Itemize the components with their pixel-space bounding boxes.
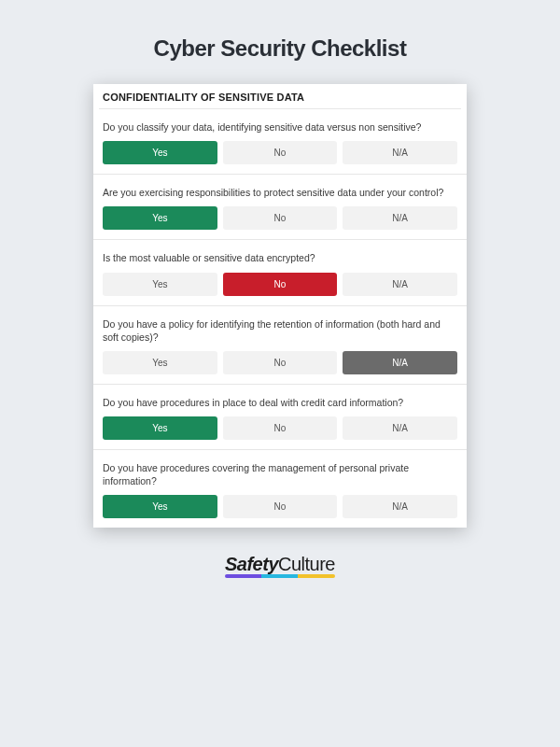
answer-no-button[interactable]: No [223, 141, 338, 164]
answer-na-button[interactable]: N/A [343, 351, 457, 374]
logo-part-culture: Culture [278, 554, 335, 574]
question-block: Do you have procedures covering the mana… [93, 450, 467, 528]
answer-yes-button[interactable]: Yes [103, 351, 217, 374]
answer-na-button[interactable]: N/A [343, 495, 457, 518]
answer-no-button[interactable]: No [223, 351, 338, 374]
answer-row: YesNoN/A [103, 141, 457, 164]
answer-na-button[interactable]: N/A [343, 273, 457, 296]
question-block: Do you have a policy for identifying the… [93, 306, 467, 385]
section-header: CONFIDENTIALITY OF SENSITIVE DATA [93, 84, 467, 108]
question-text: Do you have procedures covering the mana… [103, 461, 457, 487]
answer-no-button[interactable]: No [223, 206, 338, 230]
answer-row: YesNoN/A [103, 495, 457, 518]
answer-row: YesNoN/A [103, 351, 457, 374]
question-block: Is the most valuable or sensitive data e… [93, 240, 467, 305]
logo-part-safety: Safety [225, 554, 278, 574]
question-text: Do you have procedures in place to deal … [103, 396, 457, 409]
answer-row: YesNoN/A [103, 416, 457, 440]
answer-yes-button[interactable]: Yes [103, 206, 217, 230]
question-text: Are you exercising responsibilities to p… [103, 186, 457, 199]
answer-na-button[interactable]: N/A [343, 416, 457, 440]
question-block: Do you have procedures in place to deal … [93, 385, 467, 450]
answer-yes-button[interactable]: Yes [103, 141, 217, 164]
question-block: Are you exercising responsibilities to p… [93, 175, 467, 240]
footer-logo: SafetyCulture [225, 554, 335, 575]
question-text: Do you have a policy for identifying the… [103, 317, 457, 344]
question-text: Is the most valuable or sensitive data e… [103, 251, 457, 264]
logo-underline [225, 574, 335, 578]
question-text: Do you classify your data, identifying s… [103, 120, 457, 134]
question-block: Do you classify your data, identifying s… [93, 109, 467, 175]
answer-row: YesNoN/A [103, 206, 457, 230]
answer-yes-button[interactable]: Yes [103, 495, 217, 518]
answer-na-button[interactable]: N/A [343, 206, 457, 230]
page-title: Cyber Security Checklist [154, 35, 407, 62]
answer-yes-button[interactable]: Yes [103, 416, 217, 440]
questions-container: Do you classify your data, identifying s… [93, 109, 467, 528]
answer-no-button[interactable]: No [223, 495, 338, 518]
checklist-card: CONFIDENTIALITY OF SENSITIVE DATA Do you… [93, 84, 467, 528]
answer-yes-button[interactable]: Yes [103, 273, 217, 296]
answer-no-button[interactable]: No [223, 273, 338, 296]
answer-row: YesNoN/A [103, 273, 457, 296]
logo-text: SafetyCulture [225, 554, 335, 575]
answer-na-button[interactable]: N/A [343, 141, 457, 164]
answer-no-button[interactable]: No [223, 416, 338, 440]
